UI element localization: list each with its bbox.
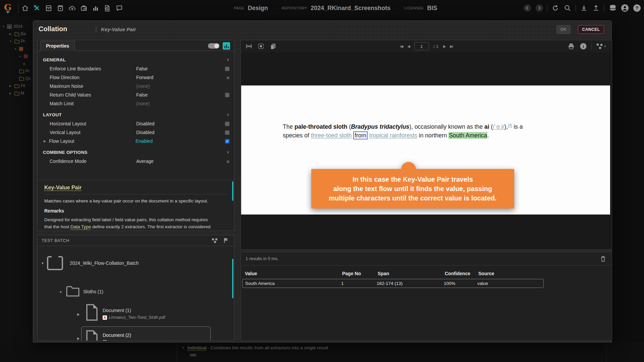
expander-icon[interactable]: ▼ xyxy=(59,290,62,294)
tools-icon[interactable] xyxy=(33,4,41,12)
value-highlight: South America xyxy=(448,132,487,139)
copy-pages-icon[interactable] xyxy=(269,42,277,50)
viewer-toolbar: |◀ ◀ / 1 ▶ ▶| i ▼ xyxy=(241,40,612,52)
cloud-upload-icon[interactable] xyxy=(68,4,76,12)
property-value[interactable]: False xyxy=(136,66,223,71)
property-row[interactable]: Vertical LayoutDisabled xyxy=(38,128,234,137)
document-file[interactable]: Pale-Throated_Sloth.pdf xyxy=(103,340,154,341)
property-row[interactable]: Match Limit(none) xyxy=(38,99,234,108)
checkbox[interactable] xyxy=(225,122,229,126)
file-name: Linnaeus_Two-Toed_Sloth.pdf xyxy=(109,315,165,320)
upload-icon[interactable] xyxy=(592,4,600,12)
forward-icon[interactable] xyxy=(535,4,543,12)
property-value[interactable]: (none) xyxy=(136,83,223,89)
document-search-icon[interactable] xyxy=(103,4,111,12)
menu-icon[interactable] xyxy=(226,159,229,164)
result-row[interactable]: South America 1 162-174 (13) 100% value xyxy=(242,279,544,288)
property-row[interactable]: Flow DirectionForward xyxy=(38,73,234,82)
page-number-input[interactable] xyxy=(414,42,429,50)
ipa-link[interactable]: /ˈɑːi/ xyxy=(493,123,504,130)
expander-icon[interactable]: ▶ xyxy=(77,337,80,340)
first-page-button[interactable]: |◀ xyxy=(400,44,402,49)
storage-box-icon[interactable] xyxy=(45,4,53,12)
search-icon[interactable] xyxy=(564,4,572,12)
property-value[interactable]: Forward xyxy=(136,75,223,80)
info-icon[interactable]: i xyxy=(579,42,587,50)
trash-icon[interactable] xyxy=(599,255,607,263)
page-value[interactable]: Design xyxy=(248,5,268,12)
licensee-value[interactable]: BIS xyxy=(427,5,437,12)
batch-root-label[interactable]: 2024_Wiki_Flow-Collation_Batch xyxy=(70,260,139,266)
job-queue-icon[interactable] xyxy=(80,4,88,12)
user-icon[interactable] xyxy=(621,4,629,12)
property-value[interactable]: (none) xyxy=(136,101,223,106)
document-file[interactable]: Linnaeus_Two-Toed_Sloth.pdf xyxy=(103,315,165,320)
data-type-link[interactable]: Data Type xyxy=(70,224,91,229)
property-row[interactable]: Confidence ModeAverage xyxy=(38,157,234,166)
folder-icon xyxy=(66,286,80,297)
results-tree-dropdown-icon[interactable]: ▼ xyxy=(596,42,607,50)
batch-run-icon[interactable] xyxy=(56,4,64,12)
grooper-logo[interactable]: G◥◤ xyxy=(0,3,15,13)
back-icon[interactable] xyxy=(523,4,531,12)
column-header-confidence[interactable]: Confidence xyxy=(445,271,478,276)
marquee-select-icon[interactable] xyxy=(257,42,265,50)
description-heading-link[interactable]: Key-Value Pair xyxy=(44,185,82,191)
scrollbar[interactable] xyxy=(232,259,233,298)
three-toed-sloth-link[interactable]: three-toed sloth xyxy=(311,132,352,139)
document-title[interactable]: Document (2) xyxy=(103,333,131,338)
viewer-canvas[interactable]: The pale-throated sloth (Bradypus tridac… xyxy=(241,52,612,249)
last-page-button[interactable]: ▶| xyxy=(450,44,452,49)
column-header-value[interactable]: Value xyxy=(245,271,342,276)
download-icon[interactable] xyxy=(580,4,588,12)
stats-chart-icon[interactable] xyxy=(92,4,100,12)
chevron-down-icon[interactable]: ∨ xyxy=(226,57,229,62)
property-row[interactable]: ▶Flow LayoutEnabled xyxy=(38,137,234,145)
tropical-rainforests-link[interactable]: tropical rainforests xyxy=(369,132,417,139)
property-value[interactable]: Enabled xyxy=(136,138,223,144)
checkbox-checked[interactable] xyxy=(225,139,229,143)
flag-icon[interactable] xyxy=(222,237,230,245)
checkbox[interactable] xyxy=(225,130,229,135)
column-header-span[interactable]: Span xyxy=(378,271,445,276)
tab-properties[interactable]: Properties xyxy=(40,41,75,51)
batch-tree-icon[interactable] xyxy=(211,237,219,245)
document-title[interactable]: Document (1) xyxy=(103,308,131,313)
menu-icon[interactable] xyxy=(226,75,229,80)
property-value[interactable]: Disabled xyxy=(136,121,223,126)
property-row[interactable]: Return Child ValuesFalse xyxy=(38,90,234,99)
diagnostics-chart-button[interactable] xyxy=(223,42,230,50)
print-icon[interactable] xyxy=(567,42,575,50)
property-row[interactable]: Enforce Line BoundariesFalse xyxy=(38,64,234,73)
property-value[interactable]: Disabled xyxy=(136,130,223,135)
prev-page-button[interactable]: ◀ xyxy=(407,44,409,49)
footnote-link[interactable]: [4] xyxy=(508,123,512,127)
property-value[interactable]: False xyxy=(136,92,223,98)
home-icon[interactable] xyxy=(21,4,29,12)
ok-button[interactable]: OK xyxy=(556,25,571,34)
chevron-down-icon[interactable]: ∨ xyxy=(226,112,229,117)
property-row[interactable]: Horizontal LayoutDisabled xyxy=(38,119,234,128)
help-icon[interactable]: ? xyxy=(633,4,641,12)
column-header-source[interactable]: Source xyxy=(478,271,612,276)
expander-icon[interactable]: ▶ xyxy=(77,312,80,316)
chat-icon[interactable] xyxy=(115,4,123,12)
expander-icon[interactable]: ▶ xyxy=(44,139,49,143)
fit-width-icon[interactable] xyxy=(245,42,253,50)
column-header-page[interactable]: Page No xyxy=(342,271,378,276)
refresh-icon[interactable] xyxy=(551,4,559,12)
checkbox[interactable] xyxy=(225,67,229,71)
property-row[interactable]: Maximum Noise(none) xyxy=(38,82,234,90)
cancel-button[interactable]: CANCEL xyxy=(578,25,604,34)
folder-label[interactable]: Sloths (1) xyxy=(83,289,103,294)
checkbox[interactable] xyxy=(225,93,229,97)
scrollbar[interactable] xyxy=(232,181,233,201)
expander-icon[interactable]: ▼ xyxy=(41,261,44,265)
repository-value[interactable]: 2024_RKinard_Screenshots xyxy=(311,5,390,12)
toggle-switch[interactable] xyxy=(208,43,219,49)
chevron-down-icon[interactable]: ∨ xyxy=(226,150,229,155)
database-icon[interactable] xyxy=(608,4,616,12)
property-value[interactable]: Average xyxy=(136,159,223,164)
selected-document-row[interactable] xyxy=(81,326,211,341)
next-page-button[interactable]: ▶ xyxy=(443,44,445,49)
